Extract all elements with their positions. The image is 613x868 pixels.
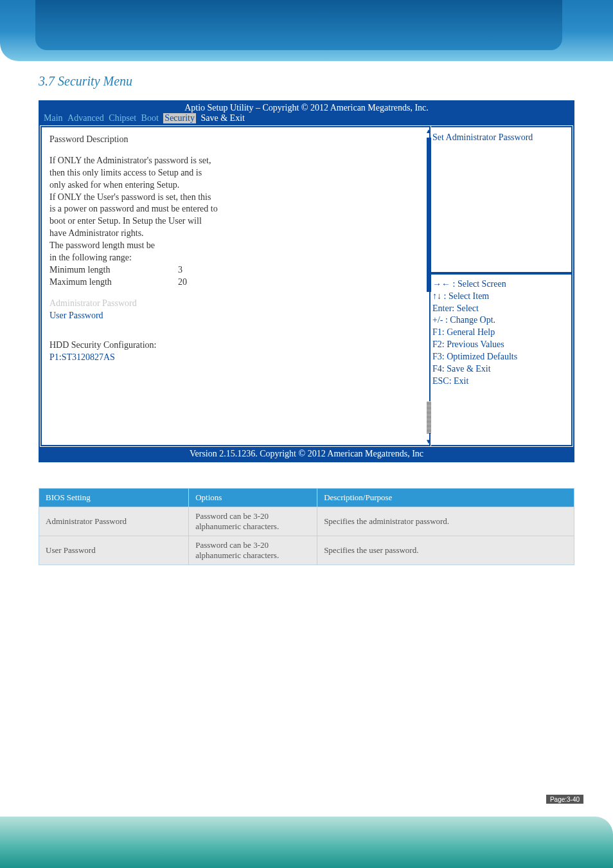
menu-advanced[interactable]: Advanced <box>67 113 104 123</box>
max-length-value: 20 <box>178 276 187 289</box>
item-user-password[interactable]: User Password <box>49 310 422 322</box>
pw-desc: have Administrator rights. <box>49 228 422 240</box>
bios-menubar[interactable]: Main Advanced Chipset Boot Security Save… <box>40 113 573 125</box>
item-admin-password[interactable]: Administrator Password <box>49 298 422 310</box>
bios-footer: Version 2.15.1236. Copyright © 2012 Amer… <box>40 447 573 461</box>
cell-options: Password can be 3-20 alphanumeric charac… <box>189 536 317 565</box>
help-select-screen: →← : Select Screen <box>432 278 569 291</box>
table-header-row: BIOS Setting Options Description/Purpose <box>39 489 574 507</box>
cell-desc: Specifies the administrator password. <box>317 507 574 536</box>
pw-desc: If ONLY the Administrator's password is … <box>49 155 422 167</box>
cell-setting: Administrator Password <box>39 507 189 536</box>
th-description: Description/Purpose <box>317 489 574 507</box>
help-select-item: ↑↓ : Select Item <box>432 291 569 303</box>
hdd-sec-label: HDD Security Configuration: <box>49 339 422 352</box>
table-row: Administrator Password Password can be 3… <box>39 507 574 536</box>
section-title: 3.7 Security Menu <box>39 74 574 89</box>
cell-setting: User Password <box>39 536 189 565</box>
pw-desc-title: Password Description <box>49 134 422 146</box>
pw-desc: The password length must be <box>49 240 422 252</box>
pw-desc: only asked for when entering Setup. <box>49 179 422 192</box>
bios-key-help: →← : Select Screen ↑↓ : Select Item Ente… <box>431 273 573 446</box>
page-badge: Page:3-40 <box>546 795 583 804</box>
help-f1: F1: General Help <box>432 327 569 339</box>
menu-save-exit[interactable]: Save & Exit <box>201 113 245 123</box>
top-banner-inner <box>35 0 562 50</box>
th-bios-setting: BIOS Setting <box>39 489 189 507</box>
cell-options: Password can be 3-20 alphanumeric charac… <box>189 507 317 536</box>
help-esc: ESC: Exit <box>432 375 569 388</box>
min-length-label: Minimum length <box>49 264 178 276</box>
cell-desc: Specifies the user password. <box>317 536 574 565</box>
bios-title-bar: Aptio Setup Utility – Copyright © 2012 A… <box>40 102 573 113</box>
scroll-track-bottom <box>427 401 431 433</box>
menu-boot[interactable]: Boot <box>141 113 159 123</box>
max-length-label: Maximum length <box>49 276 178 289</box>
menu-main[interactable]: Main <box>44 113 63 123</box>
table-row: User Password Password can be 3-20 alpha… <box>39 536 574 565</box>
scroll-thumb[interactable] <box>427 138 431 292</box>
help-f4: F4: Save & Exit <box>432 363 569 375</box>
pw-desc: then this only limits access to Setup an… <box>49 167 422 179</box>
pw-desc: is a power on password and must be enter… <box>49 203 422 215</box>
max-length-row: Maximum length 20 <box>49 276 422 289</box>
menu-security[interactable]: Security <box>163 113 196 123</box>
help-change-opt: +/- : Change Opt. <box>432 314 569 327</box>
bios-window: Aptio Setup Utility – Copyright © 2012 A… <box>39 100 574 462</box>
bottom-banner <box>0 817 613 868</box>
pw-desc: If ONLY the User's password is set, then… <box>49 192 422 204</box>
help-f3: F3: Optimized Defaults <box>432 351 569 363</box>
min-length-row: Minimum length 3 <box>49 264 422 276</box>
pw-desc: boot or enter Setup. In Setup the User w… <box>49 215 422 228</box>
page-content: 3.7 Security Menu Aptio Setup Utility – … <box>39 74 574 565</box>
th-options: Options <box>189 489 317 507</box>
help-enter: Enter: Select <box>432 303 569 315</box>
top-banner <box>0 0 613 61</box>
item-help-text: Set Administrator Password <box>431 126 573 273</box>
menu-chipset[interactable]: Chipset <box>109 113 136 123</box>
bios-body: Password Description If ONLY the Adminis… <box>40 125 573 447</box>
bios-left-pane: Password Description If ONLY the Adminis… <box>40 126 431 446</box>
bios-right-pane: Set Administrator Password →← : Select S… <box>431 126 573 446</box>
min-length-value: 3 <box>178 264 182 276</box>
help-f2: F2: Previous Values <box>432 339 569 351</box>
settings-table: BIOS Setting Options Description/Purpose… <box>39 488 574 565</box>
pw-desc: in the following range: <box>49 252 422 264</box>
item-hdd-device[interactable]: P1:ST3120827AS <box>49 352 422 364</box>
